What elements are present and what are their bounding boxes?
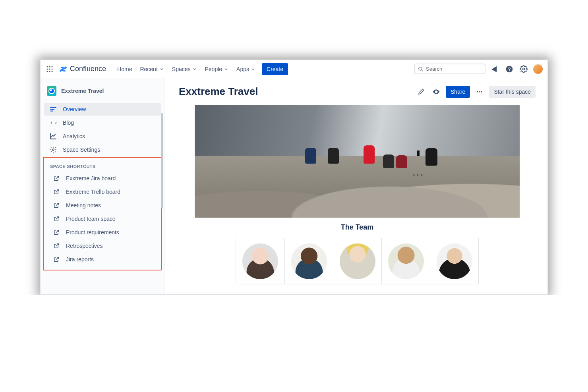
sidebar: Exxtreme Travel Overview Blog Analytics <box>41 78 164 294</box>
svg-point-2 <box>52 66 53 67</box>
shortcut-label: Product team space <box>66 216 116 222</box>
nav-home-label: Home <box>117 66 132 72</box>
sidebar-item-label: Blog <box>63 120 74 126</box>
hero-image <box>195 105 520 218</box>
app-window: Confluence Home Recent Spaces People App… <box>40 60 548 295</box>
shortcut-label: Exxtreme Trello board <box>66 189 120 195</box>
svg-point-5 <box>52 68 53 70</box>
star-space-button[interactable]: Star this space <box>489 86 536 98</box>
sidebar-item-overview[interactable]: Overview <box>44 103 161 116</box>
external-link-icon <box>52 188 60 196</box>
space-shortcuts-section: SPACE SHORTCUTS Exxtreme Jira board Exxt… <box>43 157 162 270</box>
brand-logo-link[interactable]: Confluence <box>59 65 106 73</box>
external-link-icon <box>52 201 60 209</box>
create-button[interactable]: Create <box>262 63 288 75</box>
overview-icon <box>49 105 57 113</box>
chevron-down-icon <box>192 67 197 71</box>
avatar-image <box>291 243 327 279</box>
svg-point-7 <box>49 71 50 72</box>
search-input[interactable] <box>426 66 482 72</box>
shortcut-label: Product requirements <box>66 229 119 236</box>
svg-point-6 <box>47 71 48 72</box>
sidebar-item-label: Analytics <box>63 133 85 139</box>
sidebar-item-blog[interactable]: Blog <box>44 116 161 129</box>
share-button[interactable]: Share <box>446 86 470 98</box>
brand-name: Confluence <box>70 65 106 73</box>
team-member[interactable] <box>381 238 430 284</box>
shortcut-label: Jira reports <box>66 256 94 263</box>
svg-point-9 <box>419 67 422 70</box>
svg-point-0 <box>47 66 48 67</box>
shortcut-product-team-space[interactable]: Product team space <box>47 212 158 225</box>
nav-spaces[interactable]: Spaces <box>169 63 200 75</box>
team-member[interactable] <box>430 238 478 284</box>
shortcut-label: Meeting notes <box>66 202 101 209</box>
avatar-image <box>437 243 472 279</box>
nav-people-label: People <box>205 66 222 72</box>
shortcut-jira-reports[interactable]: Jira reports <box>47 253 158 266</box>
svg-point-8 <box>52 71 53 72</box>
nav-recent[interactable]: Recent <box>137 63 167 75</box>
external-link-icon <box>52 242 60 250</box>
nav-recent-label: Recent <box>140 66 157 72</box>
confluence-logo-icon <box>59 65 68 73</box>
shortcut-trello-board[interactable]: Exxtreme Trello board <box>47 185 158 198</box>
more-actions-icon[interactable] <box>474 86 485 97</box>
app-body: Exxtreme Travel Overview Blog Analytics <box>41 78 547 294</box>
shortcut-label: Retrospectives <box>66 243 103 249</box>
nav-people[interactable]: People <box>202 63 232 75</box>
svg-point-1 <box>49 66 50 67</box>
svg-point-4 <box>49 68 50 70</box>
sidebar-item-analytics[interactable]: Analytics <box>44 130 161 143</box>
space-title: Exxtreme Travel <box>61 88 104 94</box>
page-header: Exxtreme Travel Share Star this space <box>179 85 536 98</box>
help-icon[interactable]: ? <box>505 64 514 74</box>
primary-nav: Home Recent Spaces People Apps Create <box>114 63 288 75</box>
svg-point-15 <box>479 91 480 92</box>
watch-icon[interactable] <box>431 86 442 97</box>
svg-point-13 <box>52 149 54 151</box>
chevron-down-icon <box>251 67 255 71</box>
search-icon <box>418 66 424 72</box>
shortcut-product-requirements[interactable]: Product requirements <box>47 226 158 239</box>
analytics-icon <box>49 132 57 140</box>
nav-apps-label: Apps <box>236 66 249 72</box>
page-title: Exxtreme Travel <box>179 85 412 98</box>
notifications-icon[interactable] <box>490 64 500 74</box>
app-switcher-icon[interactable] <box>45 65 54 73</box>
user-avatar[interactable] <box>533 64 543 74</box>
space-header[interactable]: Exxtreme Travel <box>41 82 164 102</box>
space-logo-icon <box>47 86 56 96</box>
avatar-image <box>388 243 424 279</box>
edit-icon[interactable] <box>416 86 427 97</box>
shortcuts-title: SPACE SHORTCUTS <box>44 159 161 171</box>
search-box[interactable] <box>414 64 485 74</box>
team-member[interactable] <box>333 238 381 284</box>
settings-icon[interactable] <box>519 64 528 74</box>
nav-apps[interactable]: Apps <box>233 63 259 75</box>
sidebar-item-space-settings[interactable]: Space Settings <box>44 143 161 156</box>
team-member[interactable] <box>236 238 284 284</box>
shortcut-jira-board[interactable]: Exxtreme Jira board <box>47 172 158 185</box>
team-grid <box>179 238 536 284</box>
svg-text:?: ? <box>508 66 511 71</box>
svg-point-3 <box>47 68 48 70</box>
nav-home[interactable]: Home <box>114 63 135 75</box>
external-link-icon <box>52 228 60 236</box>
shortcut-retrospectives[interactable]: Retrospectives <box>47 239 158 252</box>
team-heading: The Team <box>179 223 536 232</box>
svg-point-16 <box>481 91 482 92</box>
chevron-down-icon <box>224 67 228 71</box>
nav-spaces-label: Spaces <box>172 66 191 72</box>
scrollbar[interactable] <box>161 113 163 209</box>
avatar-image <box>242 243 278 279</box>
svg-point-14 <box>477 91 478 92</box>
external-link-icon <box>52 174 60 182</box>
external-link-icon <box>52 255 60 263</box>
chevron-down-icon <box>159 67 164 71</box>
shortcut-meeting-notes[interactable]: Meeting notes <box>47 199 158 212</box>
team-member[interactable] <box>284 238 333 284</box>
shortcut-label: Exxtreme Jira board <box>66 175 116 182</box>
gear-icon <box>49 146 57 154</box>
svg-point-12 <box>523 68 525 70</box>
